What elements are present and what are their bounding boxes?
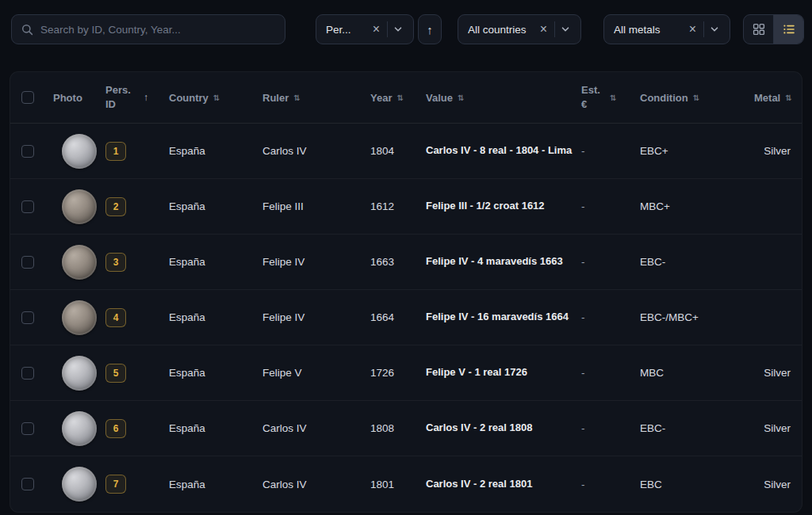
search-input[interactable] — [40, 24, 275, 36]
coin-photo[interactable] — [62, 411, 97, 446]
coin-photo[interactable] — [62, 356, 97, 391]
list-view-button[interactable] — [774, 15, 803, 44]
list-icon — [783, 23, 795, 36]
condition-cell: MBC — [640, 367, 754, 379]
divider — [554, 21, 555, 37]
coin-photo[interactable] — [62, 189, 97, 224]
coin-photo[interactable] — [62, 134, 97, 169]
select-all-checkbox[interactable] — [21, 91, 34, 104]
metal-filter[interactable]: All metals × — [603, 14, 730, 44]
id-badge: 6 — [105, 419, 126, 438]
toolbar: Per... × ↑ All countries × All metals × — [0, 0, 812, 44]
metal-cell: Silver — [754, 367, 791, 379]
table-header: Photo Pers. ID ↑ Country⇅ Ruler⇅ Year⇅ V… — [10, 72, 802, 124]
row-checkbox[interactable] — [21, 256, 34, 269]
sort-icon: ⇅ — [785, 93, 791, 102]
ruler-cell: Felipe III — [262, 200, 370, 212]
year-cell: 1664 — [370, 311, 426, 323]
sort-icon: ⇅ — [610, 93, 616, 102]
year-cell: 1612 — [370, 200, 426, 212]
condition-cell: EBC — [640, 479, 754, 490]
id-badge: 4 — [105, 308, 126, 327]
ruler-cell: Felipe IV — [262, 311, 370, 323]
metal-cell: Silver — [754, 422, 791, 434]
view-toggle — [743, 14, 804, 44]
id-badge: 1 — [105, 142, 126, 161]
country-cell: España — [169, 479, 262, 490]
divider — [703, 21, 704, 37]
sort-icon: ⇅ — [458, 93, 464, 102]
country-filter[interactable]: All countries × — [458, 14, 581, 44]
clear-icon[interactable]: × — [684, 23, 702, 36]
grid-icon — [753, 23, 765, 36]
column-header-metal[interactable]: Metal⇅ — [754, 92, 792, 104]
condition-cell: EBC+ — [640, 145, 754, 157]
column-header-value[interactable]: Value⇅ — [426, 92, 581, 104]
ruler-cell: Felipe V — [262, 367, 370, 379]
arrow-up-icon: ↑ — [427, 23, 433, 36]
table-row[interactable]: 1 España Carlos IV 1804 Carlos IV - 8 re… — [10, 124, 802, 179]
year-cell: 1801 — [370, 479, 426, 490]
table-row[interactable]: 6 España Carlos IV 1808 Carlos IV - 2 re… — [10, 401, 802, 456]
value-cell: Felipe III - 1/2 croat 1612 — [426, 198, 581, 214]
column-header-ruler[interactable]: Ruler⇅ — [262, 92, 370, 104]
clear-icon[interactable]: × — [534, 23, 553, 36]
estimate-cell: - — [581, 200, 640, 212]
sort-icon: ⇅ — [213, 93, 220, 102]
period-filter[interactable]: Per... × — [316, 14, 414, 44]
condition-cell: EBC-/MBC+ — [640, 311, 754, 323]
search-box[interactable] — [11, 14, 285, 44]
row-checkbox[interactable] — [21, 200, 34, 213]
table-body: 1 España Carlos IV 1804 Carlos IV - 8 re… — [10, 124, 802, 512]
row-checkbox[interactable] — [21, 478, 34, 490]
column-header-photo[interactable]: Photo — [53, 92, 105, 104]
condition-cell: EBC- — [640, 256, 754, 268]
clear-icon[interactable]: × — [367, 23, 385, 36]
column-header-condition[interactable]: Condition⇅ — [640, 92, 754, 104]
table-row[interactable]: 4 España Felipe IV 1664 Felipe IV - 16 m… — [10, 290, 802, 345]
table-row[interactable]: 3 España Felipe IV 1663 Felipe IV - 4 ma… — [10, 235, 802, 290]
estimate-cell: - — [581, 479, 640, 490]
coins-table: Photo Pers. ID ↑ Country⇅ Ruler⇅ Year⇅ V… — [10, 71, 802, 513]
ruler-cell: Carlos IV — [262, 479, 370, 490]
row-checkbox[interactable] — [21, 311, 34, 324]
id-badge: 3 — [105, 253, 126, 272]
grid-view-button[interactable] — [744, 15, 773, 44]
ruler-cell: Carlos IV — [262, 422, 370, 434]
row-checkbox[interactable] — [21, 145, 34, 158]
ruler-cell: Carlos IV — [262, 145, 370, 157]
sort-direction-button[interactable]: ↑ — [418, 14, 442, 44]
column-header-estimate[interactable]: Est. €⇅ — [581, 83, 640, 111]
sort-icon: ⇅ — [693, 93, 699, 102]
row-checkbox[interactable] — [21, 422, 34, 435]
chevron-down-icon[interactable] — [557, 25, 574, 34]
table-row[interactable]: 2 España Felipe III 1612 Felipe III - 1/… — [10, 179, 802, 235]
country-cell: España — [169, 256, 262, 268]
column-header-year[interactable]: Year⇅ — [370, 92, 426, 104]
value-cell: Carlos IV - 8 real - 1804 - Lima — [426, 143, 581, 158]
id-badge: 7 — [105, 475, 126, 494]
value-cell: Felipe IV - 16 maravedís 1664 — [426, 309, 581, 325]
country-cell: España — [169, 200, 262, 212]
estimate-cell: - — [581, 256, 640, 268]
table-row[interactable]: 5 España Felipe V 1726 Felipe V - 1 real… — [10, 345, 802, 401]
coin-photo[interactable] — [62, 467, 97, 502]
row-checkbox[interactable] — [21, 367, 34, 380]
value-cell: Felipe V - 1 real 1726 — [426, 364, 581, 380]
estimate-cell: - — [581, 367, 640, 379]
sort-asc-icon: ↑ — [144, 92, 148, 103]
period-filter-value: Per... — [326, 24, 367, 36]
column-header-country[interactable]: Country⇅ — [169, 92, 262, 104]
estimate-cell: - — [581, 422, 640, 434]
chevron-down-icon[interactable] — [389, 25, 407, 34]
metal-cell: Silver — [754, 145, 791, 157]
condition-cell: MBC+ — [640, 200, 754, 212]
estimate-cell: - — [581, 145, 640, 157]
search-icon — [21, 24, 33, 36]
chevron-down-icon[interactable] — [706, 25, 723, 34]
table-row[interactable]: 7 España Carlos IV 1801 Carlos IV - 2 re… — [10, 456, 802, 512]
coin-photo[interactable] — [62, 245, 97, 280]
coin-photo[interactable] — [62, 300, 97, 335]
column-header-pers-id[interactable]: Pers. ID ↑ — [105, 83, 169, 111]
year-cell: 1663 — [370, 256, 426, 268]
